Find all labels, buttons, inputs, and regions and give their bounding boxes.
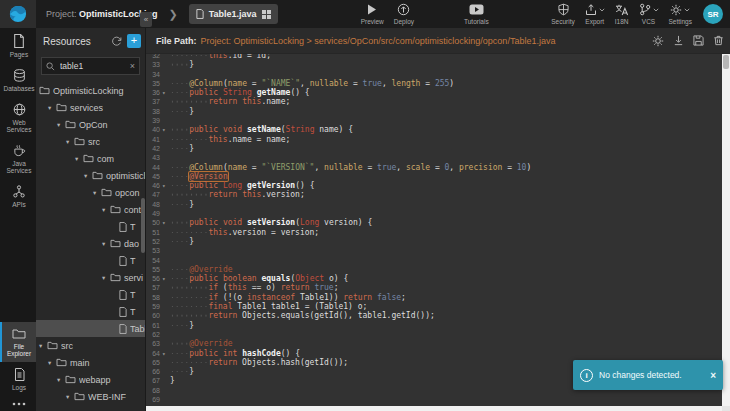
tree-item-cont[interactable]: ▾cont bbox=[36, 201, 145, 218]
expand-arrow-icon[interactable]: ▾ bbox=[57, 376, 65, 384]
sidebar-item-databases[interactable]: Databases bbox=[0, 63, 36, 97]
tree-item-com[interactable]: ▾com bbox=[36, 150, 145, 167]
fold-arrow-icon[interactable]: ▾ bbox=[162, 181, 170, 190]
expand-arrow-icon[interactable]: ▾ bbox=[39, 342, 47, 350]
code-line[interactable]: 41this.name = name; bbox=[146, 135, 722, 144]
code-line[interactable]: 59final Table1 table1 = (Table1) o; bbox=[146, 302, 722, 311]
tutorials-button[interactable]: Tutorials bbox=[459, 1, 494, 27]
editor-settings-gear-icon[interactable] bbox=[652, 35, 664, 47]
add-resource-button[interactable]: + bbox=[127, 34, 141, 48]
avatar[interactable]: SR bbox=[703, 4, 723, 24]
collapse-panel-button[interactable]: « bbox=[140, 12, 152, 27]
code-line[interactable]: 43 bbox=[146, 153, 722, 162]
fold-arrow-icon[interactable]: ▾ bbox=[162, 274, 170, 283]
preview-button[interactable]: Preview bbox=[356, 1, 389, 27]
expand-arrow-icon[interactable]: ▾ bbox=[66, 393, 74, 401]
expand-arrow-icon[interactable]: ▾ bbox=[48, 104, 56, 112]
tree-item-services[interactable]: ▾services bbox=[36, 99, 145, 116]
code-line[interactable]: 57if (this == o) return true; bbox=[146, 283, 722, 292]
code-line[interactable]: 34 bbox=[146, 70, 722, 79]
app-logo[interactable] bbox=[0, 0, 36, 28]
sidebar-item-web-services[interactable]: Web Services bbox=[0, 97, 36, 138]
fold-arrow-icon[interactable]: ▾ bbox=[162, 125, 170, 134]
tree-item-opcon[interactable]: ▾OpCon bbox=[36, 116, 145, 133]
tree-item-webapp[interactable]: ▾webapp bbox=[36, 371, 145, 388]
code-line[interactable]: 42} bbox=[146, 144, 722, 153]
deploy-button[interactable]: Deploy bbox=[389, 1, 419, 27]
fold-arrow-icon[interactable]: ▾ bbox=[162, 349, 170, 358]
code-line[interactable]: 39 bbox=[146, 116, 722, 125]
code-line[interactable]: 36▾public String getName() { bbox=[146, 88, 722, 97]
code-line[interactable]: 62 bbox=[146, 330, 722, 339]
code-line[interactable]: 50▾public void setVersion(Long version) … bbox=[146, 218, 722, 227]
code-line[interactable]: 55@Override bbox=[146, 265, 722, 274]
code-line[interactable]: 49 bbox=[146, 209, 722, 218]
code-line[interactable]: 53 bbox=[146, 246, 722, 255]
expand-arrow-icon[interactable]: ▾ bbox=[102, 274, 110, 282]
code-line[interactable]: 69 bbox=[146, 395, 722, 404]
code-line[interactable]: 35@Column(name = "`NAME`", nullable = tr… bbox=[146, 79, 722, 88]
tree-item-t[interactable]: T bbox=[36, 303, 145, 320]
tree-item-t[interactable]: T bbox=[36, 286, 145, 303]
sidebar-item-apis[interactable]: APIs bbox=[0, 179, 36, 213]
editor-horizontal-scrollbar[interactable] bbox=[146, 406, 722, 411]
tree-item-main[interactable]: ▾main bbox=[36, 354, 145, 371]
code-line[interactable]: 60return Objects.equals(getId(), table1.… bbox=[146, 311, 722, 320]
code-line[interactable]: 38} bbox=[146, 107, 722, 116]
i18n-button[interactable]: I18N bbox=[610, 1, 634, 27]
tree-item-servi[interactable]: ▾servi bbox=[36, 269, 145, 286]
code-line[interactable]: 47return this.version; bbox=[146, 190, 722, 199]
sidebar-item-logs[interactable]: Logs bbox=[0, 362, 36, 396]
code-line[interactable]: 58if (!(o instanceof Table1)) return fal… bbox=[146, 293, 722, 302]
sidebar-item-pages[interactable]: Pages bbox=[0, 28, 36, 63]
tree-item-web-inf[interactable]: ▾WEB-INF bbox=[36, 388, 145, 405]
tree-item-src[interactable]: ▾src bbox=[36, 337, 145, 354]
sidebar-item-java-services[interactable]: Java Services bbox=[0, 138, 36, 179]
code-line[interactable]: 51this.version = version; bbox=[146, 228, 722, 237]
code-line[interactable]: 52} bbox=[146, 237, 722, 246]
grid-icon[interactable] bbox=[262, 10, 271, 19]
expand-arrow-icon[interactable]: ▾ bbox=[57, 121, 65, 129]
tree-item-t[interactable]: T bbox=[36, 252, 145, 269]
tree-item-opcon[interactable]: ▾opcon bbox=[36, 184, 145, 201]
tree-item-dao[interactable]: ▾dao bbox=[36, 235, 145, 252]
code-line[interactable]: 37return this.name; bbox=[146, 97, 722, 106]
security-button[interactable]: Security bbox=[546, 1, 579, 27]
expand-arrow-icon[interactable]: ▾ bbox=[84, 172, 92, 180]
download-file-icon[interactable] bbox=[673, 35, 684, 46]
editor-vertical-scrollbar[interactable] bbox=[722, 54, 730, 411]
code-line[interactable]: 46▾public Long getVersion() { bbox=[146, 181, 722, 190]
tree-item-t[interactable]: T bbox=[36, 218, 145, 235]
vcs-button[interactable]: VCS bbox=[634, 1, 664, 27]
open-file-tab[interactable]: Table1.java bbox=[189, 4, 278, 24]
clear-search-icon[interactable]: × bbox=[130, 61, 135, 71]
search-input[interactable] bbox=[58, 60, 127, 72]
sidebar-item-file-explorer[interactable]: File Explorer bbox=[0, 322, 36, 362]
sidebar-item-more[interactable] bbox=[0, 396, 36, 411]
expand-arrow-icon[interactable]: ▾ bbox=[102, 206, 110, 214]
expand-arrow-icon[interactable]: ▾ bbox=[66, 138, 74, 146]
expand-arrow-icon[interactable]: ▾ bbox=[75, 155, 83, 163]
code-line[interactable]: 40▾public void setName(String name) { bbox=[146, 125, 722, 134]
export-button[interactable]: Export bbox=[580, 1, 610, 27]
tree-item-optimisticlocking[interactable]: ▾optimisticlocking bbox=[36, 167, 145, 184]
code-line[interactable]: 45@Version bbox=[146, 172, 722, 181]
code-line[interactable]: 54 bbox=[146, 256, 722, 265]
tree-item-table1-java[interactable]: Table1.java bbox=[36, 320, 145, 337]
toast-close-icon[interactable]: × bbox=[710, 370, 716, 381]
fold-arrow-icon[interactable]: ▾ bbox=[162, 88, 170, 97]
code-line[interactable]: 63@Override bbox=[146, 339, 722, 348]
code-line[interactable]: 56▾public boolean equals(Object o) { bbox=[146, 274, 722, 283]
expand-arrow-icon[interactable]: ▾ bbox=[102, 240, 110, 248]
settings-button[interactable]: Settings bbox=[664, 1, 698, 27]
expand-arrow-icon[interactable]: ▾ bbox=[93, 189, 101, 197]
code-line[interactable]: 33} bbox=[146, 60, 722, 69]
code-line[interactable]: 48} bbox=[146, 200, 722, 209]
code-line[interactable]: 64▾public int hashCode() { bbox=[146, 349, 722, 358]
expand-arrow-icon[interactable]: ▾ bbox=[48, 359, 56, 367]
code-line[interactable]: 44@Column(name = "`VERSION`", nullable =… bbox=[146, 163, 722, 172]
fold-arrow-icon[interactable]: ▾ bbox=[162, 218, 170, 227]
code-scroll-area[interactable]: 32this.id = id;33}3435@Column(name = "`N… bbox=[146, 54, 722, 406]
refresh-icon[interactable] bbox=[111, 36, 122, 47]
save-file-icon[interactable] bbox=[693, 35, 704, 46]
